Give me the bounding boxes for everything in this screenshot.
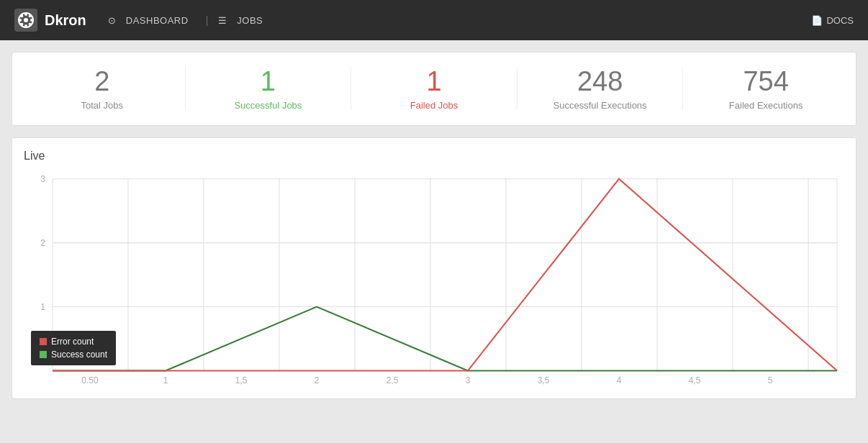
failed-executions-label: Failed Executions bbox=[683, 100, 849, 111]
successful-jobs-number: 1 bbox=[186, 67, 351, 97]
svg-text:1: 1 bbox=[40, 301, 45, 311]
jobs-link[interactable]: JOBS bbox=[230, 11, 270, 30]
navbar: Dkron ⊙ DASHBOARD | ☰ JOBS 📄 DOCS bbox=[0, 0, 868, 40]
svg-point-4 bbox=[19, 19, 22, 22]
error-legend-color bbox=[40, 338, 47, 345]
successful-jobs-stat: 1 Successful Jobs bbox=[186, 67, 351, 111]
successful-executions-label: Successful Executions bbox=[517, 100, 683, 111]
svg-point-7 bbox=[29, 23, 32, 26]
nav-divider: | bbox=[206, 14, 209, 26]
brand-link[interactable]: Dkron bbox=[14, 9, 86, 32]
dashboard-link[interactable]: DASHBOARD bbox=[119, 11, 196, 30]
svg-text:5: 5 bbox=[768, 375, 773, 385]
chart-svg: 3 2 1 0.50 1 1,5 2 2,5 3 3,5 4 4,5 bbox=[24, 171, 844, 387]
navbar-right: 📄 DOCS bbox=[811, 15, 854, 26]
jobs-icon: ☰ bbox=[218, 15, 227, 26]
svg-text:3: 3 bbox=[466, 375, 471, 385]
svg-text:2: 2 bbox=[40, 237, 45, 247]
stats-card: 2 Total Jobs 1 Successful Jobs 1 Failed … bbox=[12, 52, 856, 126]
successful-executions-number: 248 bbox=[517, 67, 683, 97]
nav-links: ⊙ DASHBOARD | ☰ JOBS bbox=[108, 11, 270, 30]
svg-text:1: 1 bbox=[163, 375, 168, 385]
chart-title: Live bbox=[24, 150, 844, 163]
total-jobs-number: 2 bbox=[19, 67, 185, 97]
successful-executions-stat: 248 Successful Executions bbox=[517, 67, 683, 111]
brand-name: Dkron bbox=[45, 12, 86, 29]
docs-label: DOCS bbox=[826, 15, 854, 26]
success-line bbox=[53, 306, 837, 370]
chart-area: 3 2 1 0.50 1 1,5 2 2,5 3 3,5 4 4,5 bbox=[24, 171, 844, 387]
svg-text:4,5: 4,5 bbox=[689, 375, 701, 385]
docs-link[interactable]: 📄 DOCS bbox=[811, 15, 854, 26]
svg-point-6 bbox=[20, 14, 23, 17]
brand-icon bbox=[14, 9, 37, 32]
svg-text:4: 4 bbox=[617, 375, 622, 385]
error-legend-item: Error count bbox=[40, 337, 107, 347]
svg-point-3 bbox=[24, 24, 27, 27]
success-legend-color bbox=[40, 351, 47, 358]
svg-point-9 bbox=[20, 23, 23, 26]
chart-card: Live 3 2 1 0.50 1 bbox=[12, 137, 856, 399]
svg-text:3,5: 3,5 bbox=[538, 375, 550, 385]
failed-executions-number: 754 bbox=[683, 67, 849, 97]
svg-text:3: 3 bbox=[40, 173, 45, 183]
total-jobs-stat: 2 Total Jobs bbox=[19, 67, 185, 111]
successful-jobs-label: Successful Jobs bbox=[186, 100, 351, 111]
svg-point-8 bbox=[29, 14, 32, 17]
failed-executions-stat: 754 Failed Executions bbox=[683, 67, 849, 111]
chart-legend: Error count Success count bbox=[31, 331, 116, 365]
total-jobs-label: Total Jobs bbox=[19, 100, 185, 111]
error-line bbox=[53, 179, 837, 371]
svg-text:0.50: 0.50 bbox=[81, 375, 98, 385]
error-legend-label: Error count bbox=[51, 337, 94, 347]
docs-icon: 📄 bbox=[811, 15, 823, 26]
failed-jobs-label: Failed Jobs bbox=[351, 100, 517, 111]
dashboard-icon: ⊙ bbox=[108, 15, 116, 26]
svg-point-2 bbox=[24, 13, 27, 16]
failed-jobs-number: 1 bbox=[351, 67, 517, 97]
svg-point-10 bbox=[24, 18, 28, 22]
success-legend-label: Success count bbox=[51, 350, 107, 360]
svg-text:1,5: 1,5 bbox=[235, 375, 248, 385]
svg-text:2,5: 2,5 bbox=[386, 375, 399, 385]
svg-point-5 bbox=[30, 19, 33, 22]
failed-jobs-stat: 1 Failed Jobs bbox=[351, 67, 517, 111]
svg-text:2: 2 bbox=[315, 375, 320, 385]
success-legend-item: Success count bbox=[40, 350, 107, 360]
